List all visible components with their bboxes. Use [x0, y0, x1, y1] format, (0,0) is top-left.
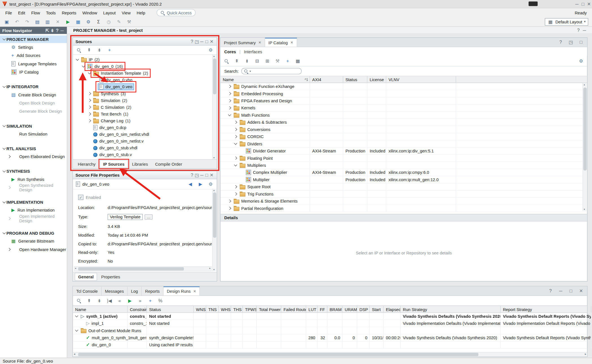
column-header-run-strategy[interactable]: Run Strategy [401, 306, 501, 312]
catalog-row[interactable]: CORDIC [220, 133, 587, 140]
column-header-failed-routes[interactable]: Failed Routes [281, 306, 306, 312]
catalog-scrollbar[interactable] [583, 83, 587, 211]
catalog-row[interactable]: Memories & Storage Elements [220, 198, 587, 205]
expand-arrow-icon[interactable] [87, 92, 92, 95]
catalog-row[interactable]: Partial Reconfiguration [220, 205, 587, 212]
column-header-tns[interactable]: TNS [206, 306, 218, 312]
column-header-dsp[interactable]: DSP [357, 306, 370, 312]
settings-button[interactable]: ⚙ [85, 19, 91, 25]
run-row[interactable]: Out-of-Context Module Runs [73, 327, 587, 334]
expand-arrow-icon[interactable] [233, 121, 238, 123]
expand-arrow-icon[interactable] [7, 248, 11, 250]
catalog-row[interactable]: Square Root [220, 183, 587, 190]
run-button[interactable]: ▶ [65, 19, 71, 25]
scrollbar-thumb[interactable] [78, 267, 184, 270]
tab-cores[interactable]: Cores [224, 49, 236, 54]
catalog-row[interactable]: Complex MultiplierAXI4-StreamProductionI… [220, 169, 587, 176]
close-button[interactable]: ✕ [209, 39, 214, 45]
collapse-all-button[interactable]: ⇞ [86, 298, 92, 303]
sidebar-item-open-synthesized-design[interactable]: Open Synthesized Design [0, 183, 67, 192]
column-header-ff[interactable]: FF [317, 306, 327, 312]
collapse-arrow-icon[interactable] [2, 201, 6, 203]
forward-button[interactable]: ▶ [197, 181, 203, 187]
play-button[interactable]: ▶ [127, 298, 133, 303]
program-button[interactable]: ▦ [75, 19, 81, 25]
catalog-row[interactable]: Multipliers [220, 162, 587, 169]
float-button[interactable]: ◳ [195, 172, 199, 178]
expand-arrow-icon[interactable] [87, 120, 92, 122]
tab-libraries[interactable]: Libraries [129, 160, 151, 167]
column-header-uram[interactable]: URAM [343, 306, 357, 312]
tree-node[interactable]: Change Log(1) [73, 117, 213, 124]
expand-arrow-icon[interactable] [233, 128, 238, 130]
collapse-arrow-icon[interactable] [75, 59, 80, 61]
tab-ip-sources[interactable]: IP Sources [100, 160, 128, 168]
help-button[interactable]: ? [575, 27, 581, 33]
maximize-button[interactable]: □ [580, 1, 586, 7]
column-header-name[interactable]: Name [73, 306, 127, 312]
collapse-arrow-icon[interactable] [233, 164, 238, 167]
tree-node[interactable]: div_gen_0(16) [73, 63, 213, 70]
collapse-arrow-icon[interactable] [2, 148, 6, 150]
properties-scrollbar[interactable] [212, 189, 217, 271]
redo-button[interactable]: ↷ [24, 19, 30, 25]
minimize-button[interactable]: ─ [574, 1, 580, 7]
sidebar-section-rtl-analysis[interactable]: RTL ANALYSIS [0, 145, 67, 152]
minimize-button[interactable]: ─ [199, 172, 204, 178]
catalog-row[interactable]: Conversions [220, 126, 587, 133]
catalog-row[interactable]: Math Functions [220, 112, 587, 119]
catalog-row[interactable]: FPGA Features and Design [220, 97, 587, 105]
catalog-row[interactable]: Embedded Processing [220, 90, 587, 97]
tree-node[interactable]: IP(2) [73, 56, 213, 63]
column-header-axi4[interactable]: AXI4 [310, 76, 343, 83]
expand-arrow-icon[interactable] [227, 207, 232, 209]
expand-arrow-icon[interactable] [7, 187, 11, 189]
column-header-total-power[interactable]: Total Power [257, 306, 281, 312]
help-button[interactable]: ? [189, 172, 194, 178]
table-button[interactable]: ▦ [295, 58, 301, 64]
sidebar-item-generate-bitstream[interactable]: ▦Generate Bitstream [0, 237, 67, 245]
expand-arrow-icon[interactable] [233, 136, 238, 138]
menu-reports[interactable]: Reports [59, 10, 79, 15]
catalog-row[interactable]: Floating Point [220, 155, 587, 162]
tree-node[interactable]: div_gen_0_sim_netlist.v [73, 138, 213, 145]
close-icon[interactable]: ✕ [290, 41, 293, 45]
sidebar-item-language-templates[interactable]: Language Templates [0, 60, 67, 68]
expand-all-button[interactable]: ⇟ [50, 27, 55, 33]
type-dropdown[interactable]: Verilog Template [108, 214, 143, 220]
column-header-report-strategy[interactable]: Report Strategy [501, 306, 591, 312]
tab-hierarchy[interactable]: Hierarchy [75, 160, 98, 167]
gear-button[interactable]: ⚙ [208, 47, 214, 53]
sidebar-item-add-sources[interactable]: +Add Sources [0, 51, 67, 59]
expand-all-button[interactable]: ⇟ [244, 58, 250, 64]
scrollbar-thumb[interactable] [213, 59, 216, 94]
enabled-checkbox[interactable] [78, 195, 83, 200]
column-header-tpws[interactable]: TPWS [243, 306, 257, 312]
minimize-button[interactable]: ─ [582, 27, 587, 33]
sidebar-section-project-manager[interactable]: PROJECT MANAGER [0, 35, 67, 43]
expand-arrow-icon[interactable] [227, 100, 232, 102]
add-button[interactable]: + [285, 58, 291, 64]
expand-arrow-icon[interactable] [7, 217, 11, 219]
sidebar-item-ip-catalog[interactable]: IP Catalog [0, 68, 67, 76]
collapse-arrow-icon[interactable] [81, 65, 86, 68]
column-header-elapsed[interactable]: Elapsed [384, 306, 401, 312]
sidebar-section-implementation[interactable]: IMPLEMENTATION [0, 198, 67, 206]
undo-button[interactable]: ↶ [14, 19, 20, 25]
run-row[interactable]: ✓div_gen_0Using cached IP results [73, 341, 587, 349]
collapse-arrow-icon[interactable] [2, 232, 6, 234]
sidebar-item-settings[interactable]: ⚙Settings [0, 43, 67, 51]
column-header-start[interactable]: Start [370, 306, 384, 312]
sidebar-item-run-implementation[interactable]: ▶Run Implementation [0, 206, 67, 214]
column-header-vlnv[interactable]: VLNV [386, 76, 456, 83]
copy-button[interactable]: ▤ [34, 19, 40, 25]
sidebar-item-open-implemented-design[interactable]: Open Implemented Design [0, 214, 67, 223]
collapse-arrow-icon[interactable] [2, 86, 6, 88]
catalog-row[interactable]: Divider GeneratorAXI4-StreamProductionIn… [220, 148, 587, 155]
sidebar-item-create-block-design[interactable]: ▧Create Block Design [0, 90, 67, 99]
minimize-button[interactable]: ─ [60, 27, 65, 33]
scrollbar-thumb[interactable] [583, 88, 587, 171]
expand-arrow-icon[interactable] [233, 157, 238, 159]
tree-node[interactable]: div_gen_0_stub.v [73, 151, 213, 158]
group-button[interactable]: ⊟ [254, 58, 260, 64]
